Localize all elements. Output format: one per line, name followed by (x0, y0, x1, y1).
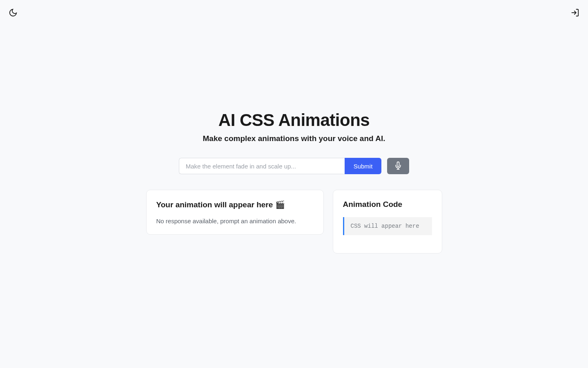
code-panel-title: Animation Code (343, 200, 432, 209)
login-button[interactable] (570, 8, 580, 18)
animation-code-panel: Animation Code CSS will appear here (333, 190, 442, 254)
prompt-input-group: Submit (179, 158, 382, 174)
page-title: AI CSS Animations (218, 110, 370, 130)
mic-button[interactable] (387, 158, 409, 174)
theme-toggle-button[interactable] (8, 8, 18, 18)
preview-empty-text: No response available, prompt an animati… (156, 218, 314, 224)
prompt-input[interactable] (179, 158, 345, 174)
submit-button[interactable]: Submit (345, 158, 382, 174)
preview-panel-title: Your animation will appear here 🎬 (156, 200, 314, 209)
code-placeholder: CSS will appear here (343, 217, 432, 235)
moon-icon (9, 8, 18, 18)
animation-preview-panel: Your animation will appear here 🎬 No res… (146, 190, 324, 235)
panels-container: Your animation will appear here 🎬 No res… (146, 190, 442, 254)
login-icon (570, 8, 579, 18)
prompt-row: Submit (179, 158, 410, 174)
mic-icon (394, 162, 402, 171)
page-subtitle: Make complex animations with your voice … (203, 134, 385, 143)
